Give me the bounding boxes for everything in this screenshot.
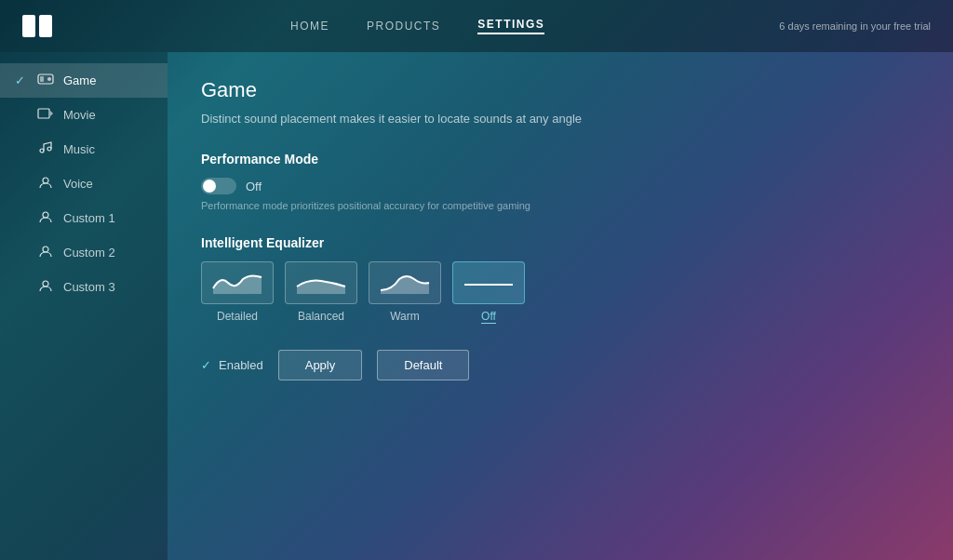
- svg-marker-4: [50, 111, 53, 116]
- sidebar-item-voice[interactable]: ✓ Voice: [0, 167, 168, 201]
- svg-point-9: [43, 247, 48, 252]
- topnav: HOME PRODUCTS SETTINGS 6 days remaining …: [0, 0, 953, 52]
- performance-mode-toggle[interactable]: [201, 178, 236, 194]
- svg-point-6: [47, 147, 51, 151]
- sidebar-item-movie[interactable]: ✓ Movie: [0, 98, 168, 132]
- equalizer-section: Intelligent Equalizer Detailed: [201, 235, 919, 324]
- custom3-icon: [37, 279, 54, 295]
- page-title: Game: [201, 78, 919, 102]
- voice-icon: [37, 176, 54, 192]
- eq-option-balanced[interactable]: Balanced: [285, 261, 357, 324]
- eq-option-warm[interactable]: Warm: [369, 261, 441, 324]
- custom1-icon: [37, 210, 54, 226]
- eq-label-off: Off: [481, 310, 496, 324]
- performance-mode-description: Performance mode prioritizes positional …: [201, 200, 919, 211]
- game-icon: [37, 73, 54, 88]
- main-layout: ✓ Game ✓ Movie ✓: [0, 52, 953, 560]
- enabled-checkmark: ✓: [201, 358, 211, 372]
- sidebar: ✓ Game ✓ Movie ✓: [0, 52, 168, 560]
- eq-label-warm: Warm: [390, 310, 420, 323]
- check-icon-game: ✓: [15, 73, 28, 87]
- nav-home[interactable]: HOME: [290, 20, 329, 33]
- svg-point-7: [43, 178, 48, 183]
- sidebar-item-custom2[interactable]: ✓ Custom 2: [0, 235, 168, 270]
- bottom-row: ✓ Enabled Apply Default: [201, 350, 919, 380]
- nav-settings[interactable]: SETTINGS: [477, 18, 544, 34]
- eq-option-off[interactable]: Off: [452, 261, 525, 324]
- default-button[interactable]: Default: [377, 350, 469, 380]
- logo: [22, 15, 56, 37]
- svg-point-10: [43, 281, 48, 287]
- custom2-icon: [37, 245, 54, 260]
- sidebar-label-movie: Movie: [63, 108, 153, 122]
- svg-point-5: [40, 149, 44, 153]
- sidebar-item-music[interactable]: ✓ Music: [0, 132, 168, 167]
- eq-btn-warm[interactable]: [369, 261, 441, 304]
- svg-rect-3: [38, 109, 49, 118]
- logo-rect-right: [39, 15, 52, 37]
- enabled-label: Enabled: [219, 358, 263, 372]
- equalizer-title: Intelligent Equalizer: [201, 235, 919, 250]
- nav-products[interactable]: PRODUCTS: [367, 20, 440, 33]
- svg-point-8: [43, 212, 48, 218]
- sidebar-item-custom1[interactable]: ✓ Custom 1: [0, 201, 168, 235]
- sidebar-label-music: Music: [63, 142, 153, 156]
- sidebar-label-voice: Voice: [63, 177, 153, 191]
- music-icon: [37, 141, 54, 157]
- page-description: Distinct sound placement makes it easier…: [201, 112, 919, 126]
- sidebar-label-custom1: Custom 1: [63, 211, 153, 225]
- content-area: Game Distinct sound placement makes it e…: [168, 52, 953, 560]
- sidebar-item-custom3[interactable]: ✓ Custom 3: [0, 270, 168, 304]
- sidebar-label-custom3: Custom 3: [63, 280, 153, 294]
- svg-rect-1: [40, 76, 44, 82]
- logo-icon: [22, 15, 56, 37]
- toggle-knob: [203, 180, 216, 193]
- toggle-row: Off: [201, 178, 919, 194]
- apply-button[interactable]: Apply: [278, 350, 363, 380]
- eq-options: Detailed Balanced: [201, 261, 919, 324]
- sidebar-label-custom2: Custom 2: [63, 246, 153, 260]
- sidebar-item-game[interactable]: ✓ Game: [0, 63, 168, 98]
- eq-btn-off[interactable]: [452, 261, 525, 304]
- performance-mode-section: Performance Mode Off Performance mode pr…: [201, 152, 919, 211]
- sidebar-label-game: Game: [63, 73, 153, 87]
- toggle-label: Off: [246, 180, 262, 193]
- eq-btn-balanced[interactable]: [285, 261, 357, 304]
- eq-label-balanced: Balanced: [298, 310, 344, 323]
- eq-btn-detailed[interactable]: [201, 261, 274, 304]
- nav-links: HOME PRODUCTS SETTINGS: [290, 18, 544, 34]
- enabled-check: ✓ Enabled: [201, 358, 263, 372]
- performance-mode-title: Performance Mode: [201, 152, 919, 167]
- trial-text: 6 days remaining in your free trial: [779, 20, 931, 32]
- svg-point-2: [47, 77, 51, 81]
- logo-rect-left: [22, 15, 35, 37]
- eq-label-detailed: Detailed: [217, 310, 258, 323]
- eq-option-detailed[interactable]: Detailed: [201, 261, 274, 324]
- movie-icon: [37, 107, 54, 123]
